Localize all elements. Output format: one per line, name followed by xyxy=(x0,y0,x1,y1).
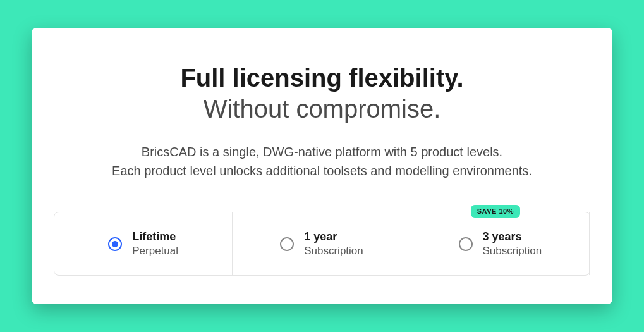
description-line-2: Each product level unlocks additional to… xyxy=(54,161,590,180)
option-3-years[interactable]: 3 years Subscription xyxy=(411,212,590,275)
option-title: 3 years xyxy=(483,230,542,243)
description-block: BricsCAD is a single, DWG-native platfor… xyxy=(54,142,590,180)
licensing-card: Full licensing flexibility. Without comp… xyxy=(32,28,612,304)
option-lifetime[interactable]: Lifetime Perpetual xyxy=(54,212,233,275)
option-text: Lifetime Perpetual xyxy=(132,230,178,257)
radio-icon xyxy=(459,237,473,251)
option-text: 1 year Subscription xyxy=(304,230,363,257)
option-1-year[interactable]: 1 year Subscription xyxy=(233,212,411,275)
save-badge: SAVE 10% xyxy=(471,205,520,218)
option-subtitle: Subscription xyxy=(304,245,363,257)
heading-block: Full licensing flexibility. Without comp… xyxy=(54,63,590,125)
license-options: Lifetime Perpetual 1 year Subscription 3… xyxy=(54,212,590,276)
option-subtitle: Subscription xyxy=(483,245,542,257)
heading-light: Without compromise. xyxy=(54,93,590,125)
heading-bold: Full licensing flexibility. xyxy=(54,63,590,93)
radio-icon xyxy=(280,237,294,251)
description-line-1: BricsCAD is a single, DWG-native platfor… xyxy=(54,142,590,161)
option-subtitle: Perpetual xyxy=(132,245,178,257)
radio-icon xyxy=(108,237,122,251)
option-title: 1 year xyxy=(304,230,363,243)
option-text: 3 years Subscription xyxy=(483,230,542,257)
option-title: Lifetime xyxy=(132,230,178,243)
